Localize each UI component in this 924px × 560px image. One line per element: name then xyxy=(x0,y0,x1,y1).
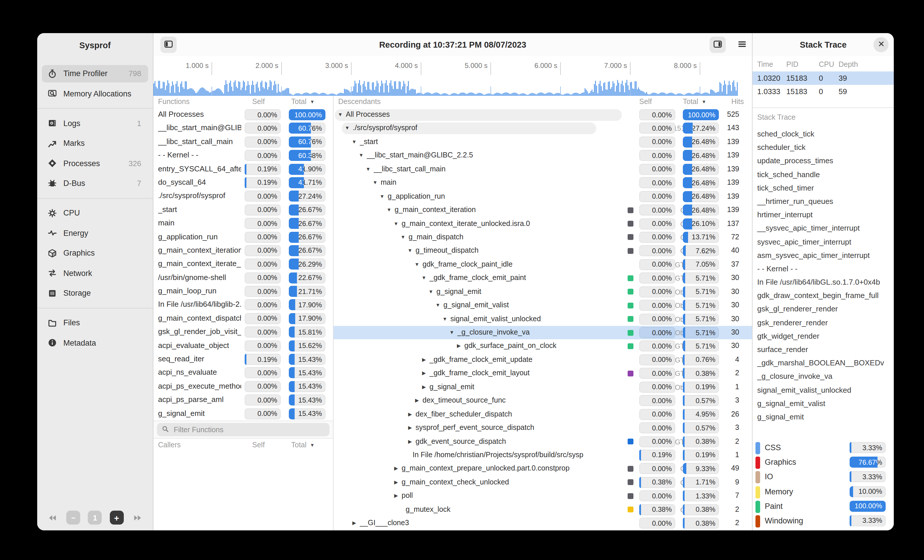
function-row[interactable]: __libc_start_main@GLIBC_2.2.50.00%60.76%… xyxy=(153,122,333,135)
cpu-activity-graph[interactable] xyxy=(153,75,752,96)
expander-open-icon[interactable]: ▼ xyxy=(386,207,392,213)
descendant-row[interactable]: ▶_gdk_frame_clock_emit_updateGTK 40.00%0… xyxy=(334,353,752,367)
descendant-row[interactable]: ▼g_application_runGio0.00%26.48%26.48%13… xyxy=(334,190,752,203)
samples-column-header-depth[interactable]: Depth xyxy=(838,60,858,69)
function-row[interactable]: acpi_ns_evaluate0.00%15.43%15.43% xyxy=(153,366,333,380)
function-row[interactable]: - - Kernel - -0.00%60.38%60.38% xyxy=(153,149,333,162)
function-row[interactable]: All Processes0.00%100.00%100.00% xyxy=(153,108,333,122)
expander-closed-icon[interactable]: ▶ xyxy=(407,438,413,445)
toggle-right-panel-button[interactable] xyxy=(710,37,726,53)
function-row[interactable]: acpi_ps_execute_method0.00%15.43%15.43% xyxy=(153,380,333,394)
stack-frame-item[interactable]: signal_emit_valist_unlocked xyxy=(753,383,894,397)
stack-frame-item[interactable]: tick_sched_timer xyxy=(753,181,894,195)
callers-total-column-header[interactable]: Total▼ xyxy=(291,441,315,449)
menu-button[interactable] xyxy=(734,37,750,53)
stack-frame-item[interactable]: __sysvec_apic_timer_interrupt xyxy=(753,222,894,235)
fast-forward-button[interactable] xyxy=(131,511,145,524)
stack-frame-item[interactable]: gsk_renderer_render xyxy=(753,316,894,329)
expander-closed-icon[interactable]: ▶ xyxy=(407,425,413,431)
functions-column-header[interactable]: Functions xyxy=(158,97,189,106)
expander-open-icon[interactable]: ▼ xyxy=(344,125,350,132)
expander-open-icon[interactable]: ▼ xyxy=(379,193,385,199)
functions-total-column-header[interactable]: Total▼ xyxy=(291,97,315,106)
sidebar-item-storage[interactable]: Storage xyxy=(42,284,148,302)
descendants-self-column-header[interactable]: Self xyxy=(639,97,652,106)
descendant-row[interactable]: ▼g_main_context_iterate_unlocked.isra.0G… xyxy=(334,217,752,231)
stack-frame-item[interactable]: tick_sched_handle xyxy=(753,168,894,181)
function-row[interactable]: g_main_context_iteration0.00%26.67%26.67… xyxy=(153,244,333,258)
function-row[interactable]: g_main_context_dispatch0.00%17.90%17.90% xyxy=(153,312,333,326)
expander-closed-icon[interactable]: ▶ xyxy=(421,357,427,363)
descendant-row[interactable]: ▼All Processes0.00%100.00%100.00%525 xyxy=(334,108,752,122)
sidebar-item-memory-allocations[interactable]: Memory Allocations xyxy=(42,85,148,102)
expander-open-icon[interactable]: ▼ xyxy=(428,288,434,295)
filter-functions-field[interactable] xyxy=(157,423,330,436)
descendant-row[interactable]: ▼signal_emit_valist_unlockedGObject0.00%… xyxy=(334,312,752,326)
stack-frame-item[interactable]: asm_sysvec_apic_timer_interrupt xyxy=(753,249,894,262)
stack-frame-item[interactable]: gdk_surface_paint_on_clock xyxy=(753,424,894,425)
descendant-row[interactable]: ▶polllibc0.00%1.33%1.33%7 xyxy=(334,490,752,503)
descendant-row[interactable]: ▼gdk_frame_clock_paint_idleGTK 40.00%7.0… xyxy=(334,258,752,272)
expander-open-icon[interactable]: ▼ xyxy=(351,139,357,145)
stack-frame-item[interactable]: g_signal_emit xyxy=(753,410,894,424)
descendant-row[interactable]: ▼_start0.00%26.48%26.48%139 xyxy=(334,135,752,149)
expander-closed-icon[interactable]: ▶ xyxy=(414,397,420,404)
descendant-row[interactable]: ▼g_signal_emit_valistGObject0.00%5.71%5.… xyxy=(334,299,752,312)
stack-frame-item[interactable]: g_signal_emit_valist xyxy=(753,397,894,410)
descendant-row[interactable]: ▶g_main_context_check_unlockedGLib0.38%0… xyxy=(334,476,752,490)
function-row[interactable]: g_main_context_iterate_unlocked.isra.00.… xyxy=(153,258,333,271)
sidebar-item-processes[interactable]: Processes326 xyxy=(42,154,148,172)
expander-open-icon[interactable]: ▼ xyxy=(358,153,364,159)
stack-frame-item[interactable]: update_process_times xyxy=(753,154,894,168)
descendant-row[interactable]: ▼g_main_context_iterationGLib0.00%26.48%… xyxy=(334,203,752,217)
samples-column-header-cpu[interactable]: CPU xyxy=(819,60,834,69)
stack-frame-item[interactable]: gtk_widget_render xyxy=(753,329,894,343)
sidebar-item-d-bus[interactable]: D-Bus7 xyxy=(42,175,148,192)
expander-open-icon[interactable]: ▼ xyxy=(407,248,413,254)
sidebar-item-metadata[interactable]: Metadata xyxy=(42,334,148,352)
expander-closed-icon[interactable]: ▶ xyxy=(421,370,427,377)
function-row[interactable]: _start0.00%26.67%26.67% xyxy=(153,203,333,217)
function-row[interactable]: g_application_run0.00%26.67%26.67% xyxy=(153,230,333,244)
descendant-row[interactable]: ▼main0.00%26.48%26.48%139 xyxy=(334,176,752,190)
descendant-row[interactable]: g_mutex_lockGLib0.38%0.38%0.38%0.38%2 xyxy=(334,503,752,517)
callers-self-column-header[interactable]: Self xyxy=(252,441,265,449)
stack-frame-item[interactable]: surface_render xyxy=(753,343,894,356)
descendant-row[interactable]: ▼g_timeout_dispatchGLib0.00%7.62%7.62%40 xyxy=(334,244,752,258)
sidebar-item-logs[interactable]: Logs1 xyxy=(42,114,148,132)
stack-frame-item[interactable]: _g_closure_invoke_va xyxy=(753,370,894,383)
descendant-row[interactable]: ▼__libc_start_call_mainlibc0.00%26.48%26… xyxy=(334,163,752,176)
stack-frame-item[interactable]: - - Kernel - - xyxy=(753,262,894,276)
stack-frame-item[interactable]: hrtimer_interrupt xyxy=(753,208,894,221)
sidebar-item-energy[interactable]: Energy xyxy=(42,224,148,242)
close-panel-button[interactable] xyxy=(873,37,888,52)
stack-frame-item[interactable]: gsk_gl_renderer_render xyxy=(753,302,894,316)
toggle-sidebar-button[interactable] xyxy=(160,37,177,53)
function-row[interactable]: g_main_loop_run0.00%21.71%21.71% xyxy=(153,284,333,298)
sidebar-item-graphics[interactable]: Graphics xyxy=(42,244,148,262)
descendants-total-column-header[interactable]: Total▼ xyxy=(683,97,706,106)
expander-open-icon[interactable]: ▼ xyxy=(421,275,427,281)
function-row[interactable]: g_signal_emit0.00%15.43%15.43% xyxy=(153,407,333,421)
stack-frame-item[interactable]: gdk_draw_context_begin_frame_full xyxy=(753,289,894,302)
expander-open-icon[interactable]: ▼ xyxy=(400,234,406,241)
descendant-row[interactable]: ▼_gdk_frame_clock_emit_paintGTK 40.00%5.… xyxy=(334,272,752,285)
sidebar-item-files[interactable]: Files xyxy=(42,314,148,331)
sidebar-item-cpu[interactable]: CPU xyxy=(42,204,148,222)
descendant-row[interactable]: ▶__GI___clone3libc0.00%0.38%0.38%2 xyxy=(334,517,752,530)
descendant-row[interactable]: In File /home/christian/Projects/sysprof… xyxy=(334,448,752,462)
function-row[interactable]: seq_read_iter0.19%0.19%15.43%15.43% xyxy=(153,353,333,366)
zoom-in-button[interactable]: + xyxy=(110,511,123,524)
function-row[interactable]: __libc_start_call_main0.00%60.76%60.76% xyxy=(153,135,333,149)
sidebar-item-network[interactable]: Network xyxy=(42,264,148,282)
rewind-button[interactable] xyxy=(45,511,59,524)
function-row[interactable]: In File /usr/lib64/libglib-2.0.so.00.00%… xyxy=(153,298,333,312)
descendant-row[interactable]: ▶g_signal_emitGObject0.00%0.19%0.19%1 xyxy=(334,380,752,394)
stack-frame-item[interactable]: In File /usr/lib64/libGL.so.1.7.0+0x4b xyxy=(753,276,894,289)
stack-frame-item[interactable]: __hrtimer_run_queues xyxy=(753,195,894,208)
descendants-hits-column-header[interactable]: Hits xyxy=(731,97,744,106)
function-row[interactable]: acpi_evaluate_object0.00%15.62%15.62% xyxy=(153,339,333,353)
samples-column-header-time[interactable]: Time xyxy=(757,60,773,69)
function-row[interactable]: ./src/sysprof/sysprof0.00%27.24%27.24% xyxy=(153,190,333,203)
expander-closed-icon[interactable]: ▶ xyxy=(393,466,399,472)
